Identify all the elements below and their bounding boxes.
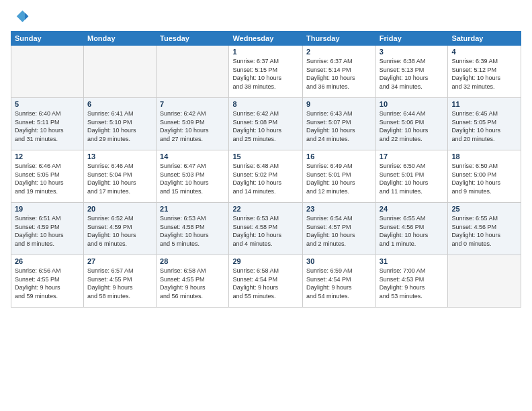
day-number: 26 [15, 257, 80, 265]
day-number: 22 [232, 205, 299, 213]
day-info: Sunrise: 6:37 AM Sunset: 5:14 PM Dayligh… [306, 57, 372, 91]
day-info: Sunrise: 7:00 AM Sunset: 4:53 PM Dayligh… [380, 267, 445, 300]
calendar-cell: 19Sunrise: 6:51 AM Sunset: 4:59 PM Dayli… [11, 203, 84, 255]
calendar-cell: 7Sunrise: 6:42 AM Sunset: 5:09 PM Daylig… [157, 98, 229, 150]
day-info: Sunrise: 6:49 AM Sunset: 5:01 PM Dayligh… [306, 162, 372, 195]
calendar-cell: 3Sunrise: 6:38 AM Sunset: 5:13 PM Daylig… [375, 46, 448, 98]
column-header-sunday: Sunday [11, 32, 84, 46]
day-info: Sunrise: 6:45 AM Sunset: 5:05 PM Dayligh… [451, 109, 517, 143]
calendar-cell: 11Sunrise: 6:45 AM Sunset: 5:05 PM Dayli… [448, 98, 521, 150]
day-info: Sunrise: 6:51 AM Sunset: 4:59 PM Dayligh… [15, 214, 80, 248]
day-number: 7 [160, 100, 225, 108]
day-info: Sunrise: 6:46 AM Sunset: 5:05 PM Dayligh… [15, 162, 80, 195]
day-number: 31 [380, 257, 445, 265]
day-info: Sunrise: 6:47 AM Sunset: 5:03 PM Dayligh… [160, 162, 225, 195]
day-info: Sunrise: 6:59 AM Sunset: 4:54 PM Dayligh… [306, 267, 372, 300]
day-info: Sunrise: 6:39 AM Sunset: 5:12 PM Dayligh… [451, 57, 517, 91]
calendar-cell [157, 46, 229, 98]
day-number: 25 [451, 205, 517, 213]
calendar-cell: 12Sunrise: 6:46 AM Sunset: 5:05 PM Dayli… [11, 150, 84, 203]
day-number: 3 [380, 48, 445, 56]
calendar-cell: 21Sunrise: 6:53 AM Sunset: 4:58 PM Dayli… [157, 203, 229, 255]
calendar-cell: 2Sunrise: 6:37 AM Sunset: 5:14 PM Daylig… [303, 46, 376, 98]
column-header-thursday: Thursday [303, 32, 376, 46]
calendar-cell: 17Sunrise: 6:50 AM Sunset: 5:01 PM Dayli… [375, 150, 448, 203]
logo-icon [11, 8, 30, 27]
day-number: 8 [232, 100, 299, 108]
day-info: Sunrise: 6:41 AM Sunset: 5:10 PM Dayligh… [87, 109, 152, 143]
day-number: 9 [306, 100, 372, 108]
day-info: Sunrise: 6:53 AM Sunset: 4:58 PM Dayligh… [232, 214, 299, 248]
day-number: 1 [232, 48, 299, 56]
day-number: 16 [306, 152, 372, 161]
column-header-monday: Monday [83, 32, 156, 46]
day-number: 20 [87, 205, 152, 213]
day-number: 10 [380, 100, 445, 108]
day-info: Sunrise: 6:42 AM Sunset: 5:08 PM Dayligh… [232, 109, 299, 143]
calendar-cell: 9Sunrise: 6:43 AM Sunset: 5:07 PM Daylig… [303, 98, 376, 150]
calendar-cell: 1Sunrise: 6:37 AM Sunset: 5:15 PM Daylig… [229, 46, 303, 98]
day-number: 17 [380, 152, 445, 161]
day-number: 11 [451, 100, 517, 108]
calendar-cell [11, 46, 84, 98]
day-info: Sunrise: 6:52 AM Sunset: 4:59 PM Dayligh… [87, 214, 152, 248]
calendar-cell: 6Sunrise: 6:41 AM Sunset: 5:10 PM Daylig… [83, 98, 156, 150]
day-info: Sunrise: 6:53 AM Sunset: 4:58 PM Dayligh… [160, 214, 225, 248]
day-info: Sunrise: 6:56 AM Sunset: 4:55 PM Dayligh… [15, 267, 80, 300]
day-info: Sunrise: 6:37 AM Sunset: 5:15 PM Dayligh… [232, 57, 299, 91]
week-row-1: 1Sunrise: 6:37 AM Sunset: 5:15 PM Daylig… [11, 46, 521, 98]
day-info: Sunrise: 6:50 AM Sunset: 5:01 PM Dayligh… [380, 162, 445, 195]
day-number: 30 [306, 257, 372, 265]
calendar-cell: 30Sunrise: 6:59 AM Sunset: 4:54 PM Dayli… [303, 255, 376, 308]
calendar-cell: 23Sunrise: 6:54 AM Sunset: 4:57 PM Dayli… [303, 203, 376, 255]
day-number: 27 [87, 257, 152, 265]
day-number: 15 [232, 152, 299, 161]
day-number: 19 [15, 205, 80, 213]
calendar-cell [448, 255, 521, 308]
day-info: Sunrise: 6:40 AM Sunset: 5:11 PM Dayligh… [15, 109, 80, 143]
day-number: 4 [451, 48, 517, 56]
calendar-cell: 27Sunrise: 6:57 AM Sunset: 4:55 PM Dayli… [83, 255, 156, 308]
calendar-cell: 8Sunrise: 6:42 AM Sunset: 5:08 PM Daylig… [229, 98, 303, 150]
header-row: SundayMondayTuesdayWednesdayThursdayFrid… [11, 32, 521, 46]
header [11, 8, 521, 27]
logo [11, 8, 32, 27]
calendar-table: SundayMondayTuesdayWednesdayThursdayFrid… [11, 31, 521, 308]
calendar-cell: 25Sunrise: 6:55 AM Sunset: 4:56 PM Dayli… [448, 203, 521, 255]
calendar-cell: 16Sunrise: 6:49 AM Sunset: 5:01 PM Dayli… [303, 150, 376, 203]
day-info: Sunrise: 6:58 AM Sunset: 4:54 PM Dayligh… [232, 267, 299, 300]
column-header-tuesday: Tuesday [157, 32, 229, 46]
calendar-cell: 5Sunrise: 6:40 AM Sunset: 5:11 PM Daylig… [11, 98, 84, 150]
day-number: 6 [87, 100, 152, 108]
calendar-cell: 18Sunrise: 6:50 AM Sunset: 5:00 PM Dayli… [448, 150, 521, 203]
column-header-wednesday: Wednesday [229, 32, 303, 46]
day-info: Sunrise: 6:58 AM Sunset: 4:55 PM Dayligh… [160, 267, 225, 300]
day-number: 24 [380, 205, 445, 213]
day-info: Sunrise: 6:38 AM Sunset: 5:13 PM Dayligh… [380, 57, 445, 91]
day-number: 29 [232, 257, 299, 265]
calendar-cell: 10Sunrise: 6:44 AM Sunset: 5:06 PM Dayli… [375, 98, 448, 150]
svg-marker-1 [25, 13, 28, 20]
calendar-cell: 31Sunrise: 7:00 AM Sunset: 4:53 PM Dayli… [375, 255, 448, 308]
calendar-cell: 26Sunrise: 6:56 AM Sunset: 4:55 PM Dayli… [11, 255, 84, 308]
calendar-cell: 24Sunrise: 6:55 AM Sunset: 4:56 PM Dayli… [375, 203, 448, 255]
calendar-cell: 15Sunrise: 6:48 AM Sunset: 5:02 PM Dayli… [229, 150, 303, 203]
calendar-cell: 28Sunrise: 6:58 AM Sunset: 4:55 PM Dayli… [157, 255, 229, 308]
page: SundayMondayTuesdayWednesdayThursdayFrid… [0, 0, 532, 411]
week-row-5: 26Sunrise: 6:56 AM Sunset: 4:55 PM Dayli… [11, 255, 521, 308]
calendar-cell: 20Sunrise: 6:52 AM Sunset: 4:59 PM Dayli… [83, 203, 156, 255]
day-number: 21 [160, 205, 225, 213]
calendar-cell [83, 46, 156, 98]
week-row-2: 5Sunrise: 6:40 AM Sunset: 5:11 PM Daylig… [11, 98, 521, 150]
day-info: Sunrise: 6:44 AM Sunset: 5:06 PM Dayligh… [380, 109, 445, 143]
day-number: 2 [306, 48, 372, 56]
day-number: 18 [451, 152, 517, 161]
calendar-cell: 29Sunrise: 6:58 AM Sunset: 4:54 PM Dayli… [229, 255, 303, 308]
calendar-cell: 13Sunrise: 6:46 AM Sunset: 5:04 PM Dayli… [83, 150, 156, 203]
day-number: 14 [160, 152, 225, 161]
day-info: Sunrise: 6:43 AM Sunset: 5:07 PM Dayligh… [306, 109, 372, 143]
day-info: Sunrise: 6:50 AM Sunset: 5:00 PM Dayligh… [451, 162, 517, 195]
week-row-4: 19Sunrise: 6:51 AM Sunset: 4:59 PM Dayli… [11, 203, 521, 255]
day-info: Sunrise: 6:55 AM Sunset: 4:56 PM Dayligh… [380, 214, 445, 248]
day-info: Sunrise: 6:57 AM Sunset: 4:55 PM Dayligh… [87, 267, 152, 300]
